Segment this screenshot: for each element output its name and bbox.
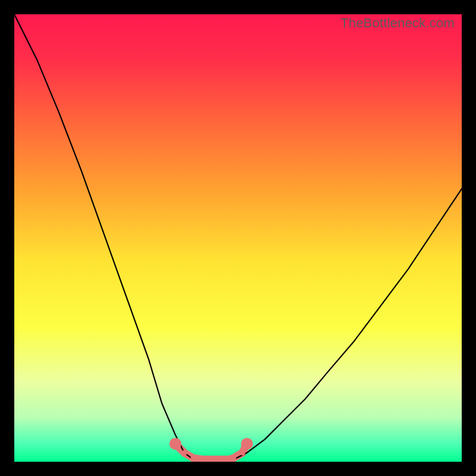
plot-area: TheBottleneck.com — [14, 14, 462, 462]
highlight-dot-small — [190, 455, 196, 461]
highlight-dot-small — [231, 455, 236, 461]
highlight-dot — [170, 438, 181, 450]
chart-frame: TheBottleneck.com — [0, 0, 476, 476]
highlight-dot-small — [240, 450, 245, 455]
curve-left-curve — [14, 14, 193, 459]
curve-right-curve — [233, 189, 462, 459]
watermark-text: TheBottleneck.com — [340, 15, 455, 31]
highlight-dot — [241, 438, 253, 450]
chart-curves — [14, 14, 462, 462]
highlight-dot-small — [181, 450, 187, 455]
